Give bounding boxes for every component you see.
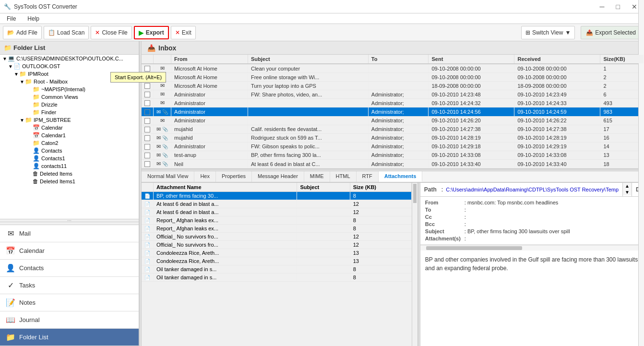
att-checkbox[interactable]: 📄 xyxy=(142,200,154,208)
tree-arrow[interactable]: ▼ xyxy=(19,118,25,123)
path-scroll-up[interactable]: ▲ xyxy=(623,183,632,189)
tree-arrow[interactable]: ▼ xyxy=(8,64,13,69)
attachment-row[interactable]: 📄 Oil tanker damaged in s... 8 xyxy=(142,274,411,282)
att-checkbox[interactable]: 📄 xyxy=(142,249,154,257)
tab-html[interactable]: HTML xyxy=(330,171,357,182)
email-checkbox[interactable] xyxy=(142,64,154,73)
email-checkbox[interactable] xyxy=(142,160,154,168)
tree-item-common-views[interactable]: 📁 Common Views xyxy=(0,93,139,101)
att-col-check[interactable] xyxy=(142,183,154,192)
attachment-row[interactable]: 📄 Official_ No survivors fro... 12 xyxy=(142,233,411,241)
att-checkbox[interactable]: 📄 xyxy=(142,241,154,249)
email-checkbox[interactable] xyxy=(142,142,154,151)
attachment-scroll[interactable]: Attachment Name Subject Size (KB) 📄 BP, … xyxy=(142,183,412,346)
att-checkbox[interactable]: 📄 xyxy=(142,225,154,233)
maximize-button[interactable]: □ xyxy=(613,2,623,12)
path-scroll-down[interactable]: ▼ xyxy=(623,189,632,195)
email-row[interactable]: ✉ Administrator Administrator; 09-10-201… xyxy=(142,99,644,107)
nav-notes[interactable]: 📝 Notes xyxy=(0,294,139,311)
att-checkbox[interactable]: 📄 xyxy=(142,216,154,225)
att-checkbox[interactable]: 📄 xyxy=(142,192,154,200)
attachment-row[interactable]: 📄 Report_ Afghan leaks ex... 8 xyxy=(142,225,411,233)
attachment-row[interactable]: 📄 Oil tanker damaged in s... 8 xyxy=(142,265,411,274)
col-icon[interactable] xyxy=(154,55,171,64)
email-checkbox[interactable] xyxy=(142,90,154,99)
add-file-button[interactable]: 📂 Add File xyxy=(3,26,42,39)
email-checkbox[interactable] xyxy=(142,151,154,159)
export-selected-button[interactable]: 📤 Export Selected xyxy=(581,26,641,39)
attachment-scrollbar[interactable] xyxy=(412,183,417,346)
email-row[interactable]: ✉ 📎 mujahid Rodriguez stuck on 599 as T.… xyxy=(142,133,644,142)
tree-item-deleted-items[interactable]: 🗑 Deleted Items xyxy=(0,170,139,178)
attachment-row[interactable]: 📄 At least 6 dead in blast a... 12 xyxy=(142,200,411,208)
att-checkbox[interactable]: 📄 xyxy=(142,233,154,241)
tab-properties[interactable]: Properties xyxy=(216,171,252,182)
export-button[interactable]: ▶ Export xyxy=(134,26,169,39)
attachment-row[interactable]: 📄 Official_ No survivors fro... 12 xyxy=(142,241,411,249)
nav-folder-list[interactable]: 📁 Folder List xyxy=(0,329,139,346)
nav-mail[interactable]: ✉ Mail xyxy=(0,225,139,242)
col-received[interactable]: Received xyxy=(514,55,600,64)
att-checkbox[interactable]: 📄 xyxy=(142,274,154,282)
col-subject[interactable]: Subject xyxy=(248,55,368,64)
att-col-subject[interactable]: Subject xyxy=(297,183,350,192)
tree-item-finder[interactable]: 📁 Finder xyxy=(0,108,139,116)
tree-item-calendar1[interactable]: 📅 Calendar1 xyxy=(0,131,139,139)
att-col-size[interactable]: Size (KB) xyxy=(350,183,411,192)
col-size[interactable]: Size(KB) xyxy=(600,55,644,64)
email-list[interactable]: From Subject To Sent Received Size(KB) ✉… xyxy=(142,55,644,169)
attachment-row[interactable]: 📄 Report_ Afghan leaks ex... 8 xyxy=(142,216,411,225)
load-scan-button[interactable]: 📋 Load Scan xyxy=(44,26,89,39)
tab-rtf[interactable]: RTF xyxy=(357,171,379,182)
tab-normal-mail-view[interactable]: Normal Mail View xyxy=(142,171,194,182)
exit-button[interactable]: ✕ Exit xyxy=(171,26,196,39)
email-row[interactable]: ✉ Administrator Administrator; 09-10-201… xyxy=(142,116,644,125)
col-check[interactable] xyxy=(142,55,154,64)
tab-attachments[interactable]: Attachments xyxy=(379,171,423,182)
preview-vscrollbar[interactable] xyxy=(638,183,644,346)
col-from[interactable]: From xyxy=(171,55,248,64)
email-row[interactable]: ✉ Microsoft At Home Clean your computer … xyxy=(142,64,644,73)
email-row[interactable]: ✉ 📎 Neil At least 6 dead in blast at C..… xyxy=(142,160,644,168)
col-to[interactable]: To xyxy=(368,55,429,64)
email-checkbox[interactable] xyxy=(142,116,154,125)
attachment-row[interactable]: 📄 At least 6 dead in blast a... 12 xyxy=(142,208,411,216)
attachment-row[interactable]: 📄 Condoleezza Rice, Areth... 13 xyxy=(142,249,411,257)
att-col-name[interactable]: Attachment Name xyxy=(154,183,297,192)
tab-hex[interactable]: Hex xyxy=(194,171,216,182)
nav-tasks[interactable]: ✓ Tasks xyxy=(0,277,139,294)
tree-arrow[interactable]: ▼ xyxy=(2,56,8,61)
email-row[interactable]: ✉ 📎 mujahid Calif. residents flee devast… xyxy=(142,125,644,133)
email-checkbox[interactable] xyxy=(142,99,154,107)
email-row[interactable]: ✉ Administrator FW: Share photos, video,… xyxy=(142,90,644,99)
tree-item-contacts1[interactable]: 👤 Contacts1 xyxy=(0,155,139,162)
attachment-row[interactable]: 📄 BP, other firms facing 30... 8 xyxy=(142,192,411,200)
email-row[interactable]: ✉ Microsoft At Home Free online storage … xyxy=(142,73,644,82)
email-checkbox[interactable] xyxy=(142,82,154,90)
email-checkbox[interactable] xyxy=(142,125,154,133)
tree-item-contacts[interactable]: 👤 Contacts xyxy=(0,147,139,155)
email-row[interactable]: ✉ 📎 Administrator Administrator; 09-10-2… xyxy=(142,107,644,116)
tree-item-ipm-subtree[interactable]: ▼ 📁 IPM_SUBTREE xyxy=(0,116,139,124)
email-row[interactable]: ✉ 📎 Administrator FW: Gibson speaks to p… xyxy=(142,142,644,151)
preview-hscrollbar[interactable] xyxy=(420,245,644,251)
tree-arrow[interactable]: ▼ xyxy=(13,72,19,77)
tree-arrow[interactable]: ▼ xyxy=(19,79,25,84)
close-file-button[interactable]: ✕ Close File xyxy=(91,26,131,39)
att-checkbox[interactable]: 📄 xyxy=(142,208,154,216)
att-checkbox[interactable]: 📄 xyxy=(142,265,154,274)
email-checkbox[interactable] xyxy=(142,107,154,116)
att-checkbox[interactable]: 📄 xyxy=(142,257,154,265)
tab-message-header[interactable]: Message Header xyxy=(252,171,304,182)
nav-contacts[interactable]: 👤 Contacts xyxy=(0,260,139,277)
nav-calendar[interactable]: 📅 Calendar xyxy=(0,242,139,260)
minimize-button[interactable]: ─ xyxy=(597,2,608,12)
email-row[interactable]: ✉ 📎 test-anup BP, other firms facing 300… xyxy=(142,151,644,159)
tree-item-drizzle[interactable]: 📁 Drizzle xyxy=(0,101,139,108)
attachment-row[interactable]: 📄 Condoleezza Rice, Areth... 13 xyxy=(142,257,411,265)
nav-journal[interactable]: 📖 Journal xyxy=(0,311,139,329)
tree-item-deleted-items1[interactable]: 🗑 Deleted Items1 xyxy=(0,178,139,185)
menu-file[interactable]: File xyxy=(4,15,19,23)
tree-item-contacts11[interactable]: 👤 contacts11 xyxy=(0,162,139,170)
tree-item-mapisp[interactable]: 📁 ~MAPISP(Internal) xyxy=(0,85,139,93)
